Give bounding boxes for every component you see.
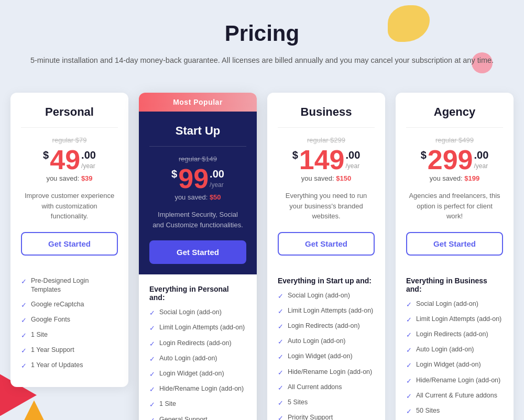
regular-price: regular $499 — [406, 136, 503, 144]
price-cents: .00 — [474, 149, 489, 161]
price-dollar: $ — [43, 149, 49, 161]
regular-price: regular $79 — [21, 136, 118, 144]
plan-description: Everything you need to run your business… — [278, 191, 375, 222]
feature-text: Hide/Rename Login (add-on) — [416, 376, 500, 385]
plan-divider — [278, 127, 375, 128]
feature-text: Auto Login (add-on) — [159, 354, 217, 363]
features-heading: Everything in Start up and: — [278, 277, 375, 285]
check-icon: ✓ — [278, 337, 283, 347]
feature-item: ✓ 5 Sites — [278, 398, 375, 408]
feature-text: Login Redirects (add-on) — [159, 339, 232, 348]
you-saved: you saved: $39 — [21, 174, 118, 182]
plan-header: Agency regular $499 $ 299 .00 /year you … — [396, 93, 514, 266]
price-cents: .00 — [346, 149, 361, 161]
plan-divider — [21, 127, 118, 128]
feature-item: ✓ Login Widget (add-on) — [149, 369, 246, 379]
feature-item: ✓ Limit Login Attempts (add-on) — [278, 306, 375, 316]
plan-card-startup: Most Popular Start Up regular $149 $ 99 … — [139, 93, 257, 420]
check-icon: ✓ — [21, 316, 27, 325]
plan-card-business: Business regular $299 $ 149 .00 /year yo… — [267, 93, 385, 420]
plan-divider — [149, 146, 246, 147]
check-icon: ✓ — [406, 346, 412, 355]
feature-text: 1 Site — [159, 400, 176, 409]
get-started-button[interactable]: Get Started — [406, 232, 503, 256]
check-icon: ✓ — [21, 277, 27, 286]
check-icon: ✓ — [21, 331, 27, 340]
get-started-button[interactable]: Get Started — [278, 232, 375, 256]
you-saved: you saved: $50 — [149, 193, 246, 201]
page-title: Pricing — [10, 21, 514, 46]
price-year: /year — [474, 162, 488, 170]
feature-text: Social Login (add-on) — [288, 291, 350, 301]
check-icon: ✓ — [278, 352, 283, 362]
check-icon: ✓ — [149, 370, 155, 379]
get-started-button[interactable]: Get Started — [21, 232, 118, 256]
price-year: /year — [210, 181, 224, 189]
feature-text: Social Login (add-on) — [416, 300, 478, 309]
feature-item: ✓ Hide/Rename Login (add-on) — [406, 376, 503, 386]
check-icon: ✓ — [278, 383, 283, 393]
feature-item: ✓ All Current addons — [278, 383, 375, 393]
feature-item: ✓ All Current & Future addons — [406, 391, 503, 401]
price-amount: 49 — [50, 146, 80, 173]
feature-item: ✓ Pre-Designed Login Templates — [21, 277, 118, 295]
feature-text: All Current addons — [288, 383, 342, 392]
plan-description: Agencies and freelancers, this option is… — [406, 191, 503, 222]
price-cents-year: .00 /year — [346, 149, 361, 170]
plan-name: Agency — [406, 105, 503, 119]
feature-text: 50 Sites — [416, 406, 440, 416]
features-heading: Everything in Business and: — [406, 277, 503, 293]
check-icon: ✓ — [21, 361, 27, 371]
feature-item: ✓ Hide/Rename Login (add-on) — [149, 384, 246, 394]
feature-item: ✓ Auto Login (add-on) — [278, 337, 375, 347]
price-amount: 299 — [428, 146, 473, 173]
check-icon: ✓ — [149, 400, 155, 410]
feature-item: ✓ 1 Site — [149, 400, 246, 410]
price-year: /year — [346, 162, 360, 170]
check-icon: ✓ — [149, 355, 155, 364]
check-icon: ✓ — [149, 324, 155, 333]
page-subtitle: 5-minute installation and 14-day money-b… — [10, 54, 514, 67]
feature-text: Login Widget (add-on) — [416, 360, 481, 370]
check-icon: ✓ — [149, 416, 155, 421]
feature-text: General Support — [159, 415, 208, 421]
check-icon: ✓ — [21, 346, 27, 356]
feature-text: Google Fonts — [31, 315, 70, 325]
check-icon: ✓ — [278, 292, 283, 301]
price-amount: 99 — [178, 165, 209, 192]
check-icon: ✓ — [406, 300, 412, 310]
you-saved-amount: $150 — [336, 174, 351, 182]
check-icon: ✓ — [278, 307, 283, 316]
price-row: $ 49 .00 /year — [21, 146, 118, 173]
feature-item: ✓ Login Widget (add-on) — [278, 352, 375, 362]
check-icon: ✓ — [278, 414, 283, 420]
plan-description: Implement Security, Social and Customize… — [149, 209, 246, 230]
feature-text: 1 Year Support — [31, 346, 74, 355]
feature-item: ✓ General Support — [149, 415, 246, 421]
feature-item: ✓ Social Login (add-on) — [406, 300, 503, 310]
price-year: /year — [81, 162, 95, 170]
price-amount: 149 — [299, 146, 345, 173]
price-row: $ 149 .00 /year — [278, 146, 375, 173]
feature-item: ✓ Limit Login Attempts (add-on) — [149, 323, 246, 333]
features-heading: Everything in Personal and: — [149, 285, 246, 302]
get-started-button[interactable]: Get Started — [149, 240, 246, 264]
feature-item: ✓ 1 Year Support — [21, 346, 118, 356]
check-icon: ✓ — [278, 368, 283, 378]
check-icon: ✓ — [149, 339, 155, 349]
check-icon: ✓ — [21, 301, 27, 310]
plan-header: Start Up regular $149 $ 99 .00 /year you… — [139, 112, 257, 274]
feature-text: Limit Login Attempts (add-on) — [288, 306, 373, 316]
plan-header: Business regular $299 $ 149 .00 /year yo… — [267, 93, 385, 266]
feature-item: ✓ Login Widget (add-on) — [406, 360, 503, 370]
you-saved-amount: $50 — [210, 193, 221, 201]
page-wrapper: Pricing 5-minute installation and 14-day… — [10, 21, 514, 420]
feature-text: 5 Sites — [288, 398, 308, 407]
feature-text: Login Redirects (add-on) — [416, 330, 488, 339]
feature-text: 1 Site — [31, 330, 48, 340]
feature-item: ✓ Login Redirects (add-on) — [149, 339, 246, 349]
feature-item: ✓ Google reCaptcha — [21, 300, 118, 310]
feature-text: 1 Year of Updates — [31, 361, 83, 370]
popular-badge: Most Popular — [139, 93, 257, 112]
feature-text: Priority Support — [288, 413, 333, 420]
